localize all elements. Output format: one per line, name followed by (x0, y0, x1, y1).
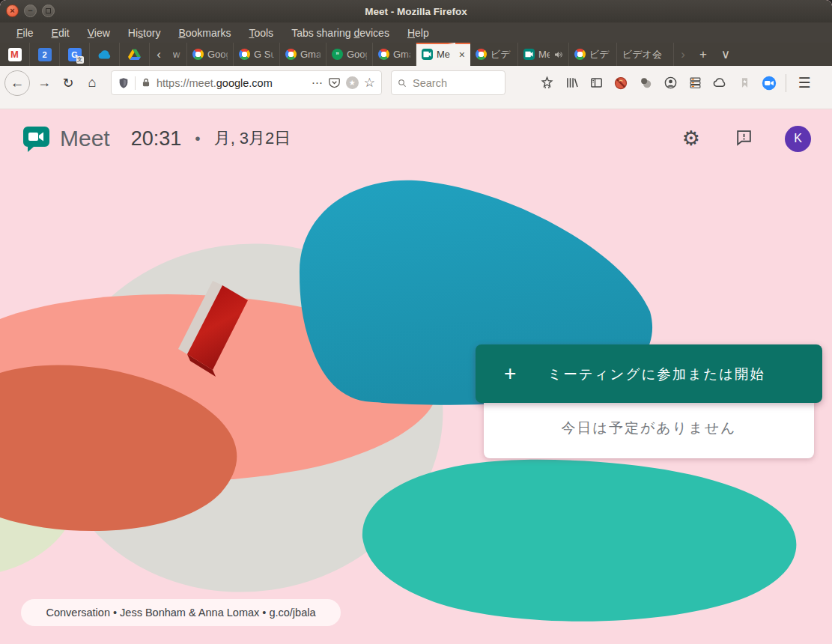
firefox-window: × − Meet - Mozilla Firefox File Edit Vie… (0, 0, 832, 644)
pinned-tab-cloud[interactable] (90, 43, 120, 66)
divider (135, 76, 136, 90)
no-meetings-text: 今日は予定がありません (561, 419, 736, 438)
join-or-start-meeting-button[interactable]: + ミーティングに参加または開始 (476, 344, 822, 403)
menu-tools[interactable]: Tools (240, 27, 282, 39)
page-actions-icon[interactable]: ⋯ (312, 76, 323, 90)
search-icon (398, 78, 407, 88)
tab-video-1[interactable]: ビデ (470, 43, 518, 66)
tab-hangouts[interactable]: ”Goog (327, 43, 373, 66)
tab-gmail-2[interactable]: Gmai (373, 43, 416, 66)
meet-page: Meet 20:31 • 月, 3月2日 ⚙ K + ミーティングに参加または開… (0, 109, 832, 644)
tab-title: Me (437, 49, 455, 60)
window-close-button[interactable]: × (6, 4, 19, 17)
window-controls: × − (6, 4, 55, 17)
window-title: Meet - Mozilla Firefox (365, 6, 467, 17)
reload-button[interactable]: ↻ (57, 72, 79, 94)
google-favicon (476, 49, 487, 60)
search-bar[interactable] (391, 70, 505, 95)
tab-title: Goog (207, 49, 228, 60)
google-favicon (239, 49, 250, 60)
menu-file[interactable]: File (7, 27, 43, 39)
new-tab-button[interactable]: + (692, 43, 714, 66)
menu-edit[interactable]: Edit (43, 27, 79, 39)
tab-meet-audio[interactable]: Me (518, 43, 569, 66)
google-favicon (378, 49, 389, 60)
star-badge-extension-icon[interactable] (537, 73, 556, 93)
tab-overflow-partial[interactable]: w (168, 43, 187, 66)
library-icon[interactable] (562, 73, 581, 93)
tab-title: Gmai (300, 49, 321, 60)
server-list-extension-icon[interactable] (685, 73, 705, 93)
menu-help[interactable]: Help (398, 27, 438, 39)
zoom-meeting-extension-icon[interactable] (759, 73, 779, 93)
menu-view[interactable]: View (79, 27, 119, 39)
tab-video-conference[interactable]: ビデオ会 (617, 43, 674, 66)
tab-audio-playing-icon[interactable] (553, 50, 563, 59)
titlebar: × − Meet - Mozilla Firefox (0, 0, 832, 22)
pocket-icon[interactable] (328, 76, 341, 89)
account-icon[interactable] (661, 73, 680, 93)
artwork-caption: Conversation • Jess Bonham & Anna Lomax … (21, 599, 341, 626)
account-avatar[interactable]: K (785, 126, 811, 152)
spheres-extension-icon[interactable] (636, 73, 655, 93)
meet-logo (21, 124, 51, 154)
google-favicon (192, 49, 204, 60)
home-button[interactable]: ⌂ (81, 72, 103, 94)
tab-scroll-left[interactable]: ‹ (150, 43, 168, 66)
url-text[interactable]: https://meet.google.com (157, 77, 306, 89)
bookmark-star-icon[interactable]: ☆ (364, 75, 375, 91)
separator-dot: • (195, 130, 200, 148)
toolbar-divider (786, 74, 786, 92)
tab-title: Me (538, 49, 550, 60)
tab-gmail[interactable]: Gmai (280, 43, 327, 66)
tab-title: G Sui (254, 49, 274, 60)
extension-star-icon[interactable]: ★ (346, 76, 359, 89)
meet-header: Meet 20:31 • 月, 3月2日 ⚙ K (0, 117, 832, 160)
gmail-icon: M (8, 48, 22, 61)
tab-title: Goog (347, 49, 367, 60)
pinned-tab-drive[interactable] (120, 43, 150, 66)
search-input[interactable] (411, 76, 499, 90)
calendar-icon: 2 (38, 48, 52, 61)
translate-icon: G文 (68, 48, 82, 61)
extension-icons (537, 73, 779, 93)
url-bar[interactable]: https://meet.google.com ⋯ ★ ☆ (111, 70, 382, 95)
pinned-tab-calendar[interactable]: 2 (30, 43, 60, 66)
meet-favicon (422, 49, 433, 60)
current-date: 月, 3月2日 (214, 127, 291, 150)
plus-icon: + (504, 362, 516, 386)
tab-list-dropdown[interactable]: ∨ (714, 43, 737, 66)
meet-favicon (523, 49, 535, 60)
tab-google-1[interactable]: Goog (187, 43, 234, 66)
brand-name: Meet (60, 126, 110, 151)
pinned-tab-gmail[interactable]: M (0, 43, 30, 66)
menu-tabs-sharing-devices[interactable]: Tabs sharing devices (282, 27, 398, 39)
sidebar-toggle-icon[interactable] (586, 73, 606, 93)
window-maximize-button[interactable] (42, 4, 55, 17)
tab-title: ビデ (589, 48, 611, 61)
maximize-icon (46, 8, 51, 13)
window-minimize-button[interactable]: − (24, 4, 37, 17)
cloud-drive-icon (97, 49, 112, 60)
tab-title: ビデオ会 (622, 48, 668, 61)
bookmark-ribbon-extension-icon[interactable] (735, 73, 754, 93)
cloud-extension-icon[interactable] (710, 73, 729, 93)
menu-history[interactable]: History (119, 27, 170, 39)
feedback-icon[interactable] (735, 128, 753, 150)
google-drive-icon (128, 49, 141, 60)
tracking-protection-shield-icon[interactable] (118, 77, 130, 89)
join-button-label: ミーティングに参加または開始 (516, 365, 797, 383)
pinned-tab-translate[interactable]: G文 (60, 43, 90, 66)
menu-bookmarks[interactable]: Bookmarks (169, 27, 240, 39)
tab-gsuite[interactable]: G Sui (234, 43, 280, 66)
content-blocker-extension-icon[interactable] (611, 73, 631, 93)
tab-meet-active[interactable]: Me × (416, 43, 470, 66)
back-button[interactable]: ← (4, 70, 30, 96)
forward-button[interactable]: → (33, 72, 55, 94)
close-tab-icon[interactable]: × (459, 49, 465, 61)
tab-scroll-right[interactable]: › (674, 43, 692, 66)
tab-video-2[interactable]: ビデ (569, 43, 617, 66)
settings-gear-icon[interactable]: ⚙ (682, 127, 700, 151)
hangouts-favicon: ” (332, 49, 343, 60)
menu-icon[interactable]: ☰ (793, 74, 816, 91)
